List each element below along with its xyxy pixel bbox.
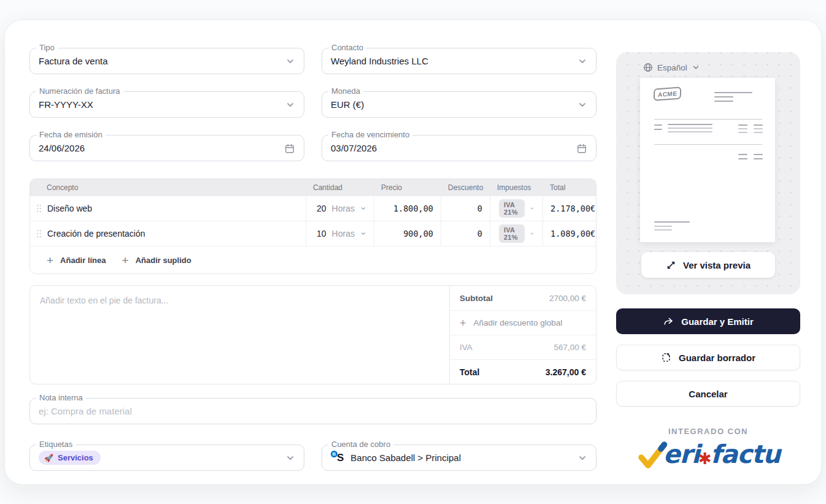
- concept-input[interactable]: Diseño web: [47, 204, 92, 213]
- totals-panel: Subtotal 2700,00 € + Añadir descuento gl…: [449, 286, 596, 384]
- due-date-label: Fecha de vencimiento: [328, 130, 412, 139]
- chevron-down-icon: [577, 453, 587, 463]
- expand-icon: [666, 260, 676, 270]
- integration-caption: INTEGRADO CON: [616, 427, 800, 436]
- verifactu-asterisk: ✱: [698, 449, 712, 468]
- contact-value: Weyland Industries LLC: [331, 56, 577, 66]
- issue-date-value: 24/06/2026: [39, 143, 284, 153]
- add-global-discount-label: Añadir descuento global: [474, 318, 563, 327]
- discount-input[interactable]: 0: [477, 204, 482, 213]
- price-input[interactable]: 900,00: [403, 229, 433, 239]
- line-item-row: Creación de presentación 10 Horas 900,00…: [30, 221, 596, 246]
- issue-date-field[interactable]: Fecha de emisión 24/06/2026: [29, 135, 304, 161]
- chevron-down-icon[interactable]: [360, 204, 366, 213]
- line-total: 2.178,00€: [550, 204, 595, 213]
- plus-icon: +: [47, 254, 53, 266]
- save-and-emit-label: Guardar y Emitir: [681, 316, 754, 327]
- language-value: Español: [657, 63, 687, 72]
- quantity-input[interactable]: 10: [317, 229, 326, 239]
- chevron-down-icon: [692, 63, 700, 72]
- drag-handle-icon[interactable]: [36, 229, 42, 238]
- currency-value: EUR (€): [331, 99, 577, 110]
- actions-sidebar: Español ACME: [616, 52, 800, 471]
- column-header-total: Total: [542, 183, 596, 192]
- internal-note-placeholder: ej: Compra de material: [39, 406, 587, 416]
- quantity-input[interactable]: 20: [317, 204, 326, 213]
- view-preview-label: Ver vista previa: [683, 260, 751, 270]
- invoice-type-value: Factura de venta: [39, 56, 285, 66]
- save-draft-label: Guardar borrador: [679, 353, 755, 363]
- column-header-descuento: Descuento: [441, 183, 490, 192]
- add-suplido-label: Añadir suplido: [136, 256, 191, 265]
- tax-badge[interactable]: IVA 21%: [499, 199, 525, 218]
- add-global-discount-button[interactable]: + Añadir descuento global: [450, 310, 596, 335]
- discount-input[interactable]: 0: [477, 229, 482, 239]
- invoice-footer-text-input[interactable]: Añadir texto en el pie de factura...: [30, 286, 449, 384]
- column-header-concepto: Concepto: [30, 183, 306, 192]
- cancel-button[interactable]: Cancelar: [616, 381, 800, 407]
- currency-label: Moneda: [328, 86, 363, 96]
- cancel-label: Cancelar: [689, 389, 727, 399]
- iva-value: 567,00 €: [554, 343, 586, 352]
- invoice-editor-card: Tipo Factura de venta Contacto Weyland I…: [5, 20, 821, 484]
- add-suplido-button[interactable]: + Añadir suplido: [122, 254, 191, 266]
- payment-account-label: Cuenta de cobro: [328, 440, 393, 449]
- unit-select[interactable]: Horas: [332, 229, 355, 239]
- add-line-label: Añadir línea: [60, 256, 106, 265]
- table-actions-row: + Añadir línea + Añadir suplido: [30, 246, 596, 273]
- total-value: 3.267,00 €: [546, 367, 586, 377]
- concept-input[interactable]: Creación de presentación: [47, 229, 145, 239]
- draft-document-icon: [661, 352, 672, 363]
- calendar-icon: [284, 143, 295, 154]
- view-preview-button[interactable]: Ver vista previa: [641, 252, 775, 278]
- chevron-down-icon[interactable]: [530, 204, 535, 213]
- chevron-down-icon[interactable]: [530, 229, 535, 238]
- save-and-emit-button[interactable]: Guardar y Emitir: [616, 308, 800, 334]
- chevron-down-icon[interactable]: [360, 229, 366, 238]
- invoice-type-select[interactable]: Tipo Factura de venta: [29, 48, 304, 74]
- language-select[interactable]: Español: [643, 63, 700, 72]
- invoice-numbering-label: Numeración de factura: [36, 86, 123, 96]
- due-date-field[interactable]: Fecha de vencimiento 03/07/2026: [322, 135, 596, 161]
- internal-note-label: Nota interna: [36, 393, 86, 402]
- subtotal-label: Subtotal: [460, 294, 493, 303]
- verifactu-text-2: factu: [711, 440, 781, 469]
- save-draft-button[interactable]: Guardar borrador: [616, 345, 800, 370]
- price-input[interactable]: 1.800,00: [393, 204, 433, 213]
- chevron-down-icon: [577, 100, 587, 110]
- invoice-preview-panel: Español ACME: [616, 52, 800, 294]
- add-line-button[interactable]: + Añadir línea: [47, 254, 106, 266]
- chevron-down-icon: [285, 453, 295, 463]
- plus-icon: +: [122, 254, 129, 266]
- total-label: Total: [460, 367, 479, 377]
- total-row: Total 3.267,00 €: [450, 359, 596, 384]
- contact-select[interactable]: Contacto Weyland Industries LLC: [322, 48, 596, 74]
- subtotal-value: 2700,00 €: [549, 294, 586, 303]
- iva-row: IVA 567,00 €: [450, 335, 596, 359]
- plus-icon: +: [460, 318, 466, 329]
- drag-handle-icon[interactable]: [36, 204, 42, 213]
- line-items-table: Concepto Cantidad Precio Descuento Impue…: [29, 178, 596, 274]
- line-total: 1.089,00€: [550, 229, 595, 239]
- banco-sabadell-logo-icon: B S: [331, 452, 344, 463]
- tag-servicios[interactable]: 🚀 Servicios: [39, 451, 101, 465]
- currency-select[interactable]: Moneda EUR (€): [322, 91, 596, 118]
- invoice-type-label: Tipo: [36, 43, 58, 52]
- invoice-numbering-value: FR-YYYY-XX: [39, 99, 285, 110]
- chevron-down-icon: [285, 100, 295, 110]
- integration-section: INTEGRADO CON eri✱factu: [616, 427, 800, 470]
- rocket-icon: 🚀: [44, 454, 53, 462]
- chevron-down-icon: [285, 56, 295, 66]
- verifactu-logo: eri✱factu: [616, 438, 800, 470]
- footer-box: Añadir texto en el pie de factura... Sub…: [29, 285, 596, 384]
- payment-account-select[interactable]: Cuenta de cobro B S Banco Sabadell > Pri…: [322, 445, 596, 471]
- unit-select[interactable]: Horas: [332, 204, 355, 213]
- tag-label: Servicios: [58, 453, 93, 462]
- internal-note-input[interactable]: Nota interna ej: Compra de material: [29, 398, 596, 424]
- invoice-numbering-select[interactable]: Numeración de factura FR-YYYY-XX: [29, 91, 304, 118]
- calendar-icon: [576, 143, 587, 154]
- tax-badge[interactable]: IVA 21%: [499, 224, 525, 243]
- tags-select[interactable]: Etiquetas 🚀 Servicios: [29, 445, 304, 471]
- issue-date-label: Fecha de emisión: [36, 130, 106, 139]
- due-date-value: 03/07/2026: [331, 143, 576, 153]
